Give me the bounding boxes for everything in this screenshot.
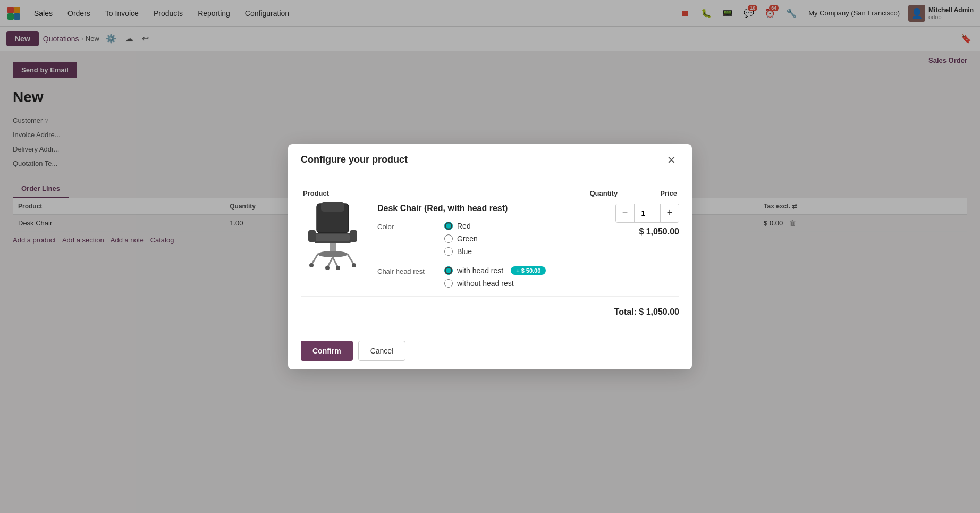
svg-line-13	[333, 257, 338, 267]
total-label: Total: $ 1,050.00	[614, 307, 679, 317]
product-details: Desk Chair (Red, with head rest) Color R…	[377, 204, 560, 288]
color-blue-option[interactable]: Blue	[444, 247, 478, 256]
svg-point-14	[309, 263, 314, 267]
cancel-button[interactable]: Cancel	[358, 341, 406, 361]
headrest-with-option[interactable]: with head rest + $ 50.00	[444, 266, 546, 275]
modal-divider	[301, 296, 679, 297]
svg-line-11	[348, 254, 354, 265]
color-red-option[interactable]: Red	[444, 222, 478, 230]
quantity-price-col: − + $ 1,050.00	[573, 204, 679, 237]
qty-minus-button[interactable]: −	[616, 204, 634, 222]
modal-close-button[interactable]: ✕	[664, 154, 679, 166]
svg-line-10	[311, 254, 318, 265]
color-blue-label: Blue	[457, 247, 472, 256]
total-row: Total: $ 1,050.00	[301, 305, 679, 319]
color-option-group: Color Red Green	[377, 222, 560, 256]
color-choices: Red Green Blue	[444, 222, 478, 256]
svg-point-15	[352, 263, 356, 267]
headrest-label: Chair head rest	[377, 266, 436, 275]
color-blue-radio[interactable]	[444, 247, 453, 256]
headrest-with-radio[interactable]	[444, 266, 453, 275]
headrest-without-label: without head rest	[457, 279, 514, 288]
quantity-stepper[interactable]: − +	[615, 204, 679, 223]
color-label: Color	[377, 222, 436, 231]
modal-body: Product Quantity Price	[288, 176, 692, 332]
svg-rect-5	[321, 202, 344, 212]
svg-rect-19	[350, 230, 357, 242]
svg-point-16	[325, 266, 330, 270]
product-image	[301, 204, 365, 267]
confirm-button[interactable]: Confirm	[301, 341, 353, 361]
product-name: Desk Chair (Red, with head rest)	[377, 204, 560, 213]
svg-point-17	[336, 266, 340, 270]
headrest-price-badge: + $ 50.00	[511, 266, 546, 275]
headrest-without-option[interactable]: without head rest	[444, 279, 546, 288]
svg-rect-18	[308, 230, 316, 242]
product-col-header-modal: Product	[303, 189, 329, 197]
color-green-radio[interactable]	[444, 234, 453, 243]
modal-footer: Confirm Cancel	[288, 332, 692, 369]
svg-point-9	[318, 251, 348, 257]
color-red-label: Red	[457, 222, 471, 230]
price-value: $ 1,050.00	[639, 227, 679, 237]
headrest-choices: with head rest + $ 50.00 without head re…	[444, 266, 546, 288]
modal-col-headers: Product Quantity Price	[301, 189, 679, 197]
headrest-option-group: Chair head rest with head rest + $ 50.00…	[377, 266, 560, 288]
svg-line-12	[327, 257, 333, 267]
svg-rect-7	[316, 234, 350, 241]
configure-product-modal: Configure your product ✕ Product Quantit…	[288, 144, 692, 369]
modal-overlay: Configure your product ✕ Product Quantit…	[0, 0, 980, 513]
modal-title: Configure your product	[301, 154, 408, 165]
quantity-col-header-modal: Quantity	[589, 189, 618, 197]
color-green-label: Green	[457, 234, 478, 243]
modal-header: Configure your product ✕	[288, 144, 692, 176]
price-col-header-modal: Price	[660, 189, 677, 197]
quantity-input[interactable]	[634, 204, 661, 222]
headrest-with-label: with head rest	[457, 266, 503, 275]
product-row: Desk Chair (Red, with head rest) Color R…	[301, 204, 679, 288]
headrest-without-radio[interactable]	[444, 279, 453, 288]
qty-plus-button[interactable]: +	[661, 204, 679, 222]
color-red-radio[interactable]	[444, 222, 453, 230]
color-green-option[interactable]: Green	[444, 234, 478, 243]
